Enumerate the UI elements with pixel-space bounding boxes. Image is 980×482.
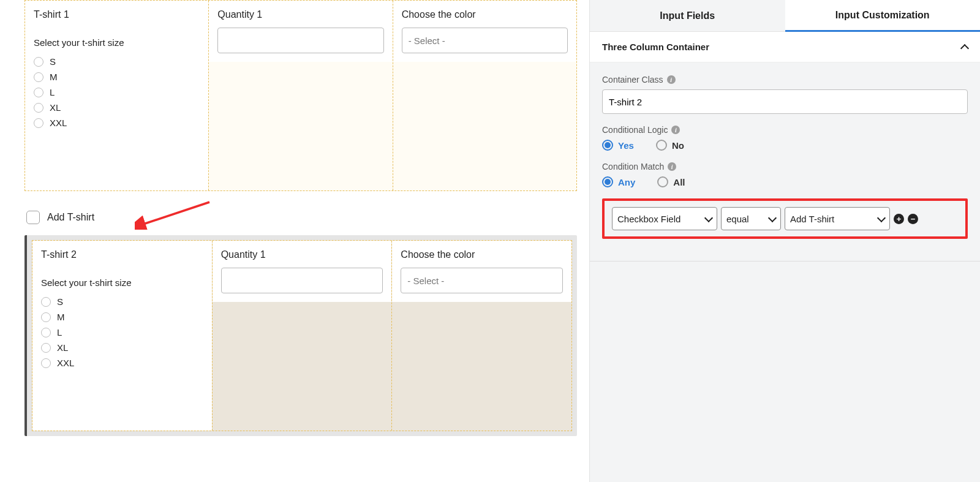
help-icon[interactable]: i [667,75,676,84]
help-icon[interactable]: i [671,126,680,134]
quantity-input[interactable] [221,268,383,293]
tshirt2-title: T-shirt 2 [41,249,203,260]
conditional-logic-yes[interactable]: Yes [602,140,634,151]
color-select[interactable]: - Select - [401,268,563,293]
tab-input-fields[interactable]: Input Fields [590,0,785,32]
size-option[interactable]: XXL [41,355,203,371]
chevron-down-icon [768,213,777,222]
radio-icon [34,118,43,128]
add-tshirt-label: Add T-shirt [47,212,94,223]
condition-rule: Checkbox Field equal Add T-shirt + − [602,198,968,239]
size-option[interactable]: L [41,325,203,340]
size-options: S M L XL XXL [41,294,203,371]
qty-label: Quantity 1 [217,9,383,20]
size-options: S M L XL XXL [34,54,200,130]
chevron-down-icon [877,213,886,222]
condition-match-all[interactable]: All [657,176,685,187]
color-label: Choose the color [402,9,568,20]
size-label: Select your t-shirt size [34,37,200,48]
chevron-down-icon [704,213,713,222]
annotation-arrow-icon [135,196,214,230]
panel-tabs: Input Fields Input Customization [590,0,980,32]
checkbox-icon[interactable] [26,211,40,224]
size-option[interactable]: S [34,54,200,69]
color-select[interactable]: - Select - [402,28,568,53]
radio-icon [34,57,43,67]
tab-input-customization[interactable]: Input Customization [785,0,981,32]
radio-icon [34,88,43,97]
section-title: Three Column Container [602,42,709,52]
radio-icon [41,312,51,322]
radio-icon [41,358,51,368]
qty-label: Quantity 1 [221,249,383,260]
size-option[interactable]: XL [34,100,200,115]
container-class-label: Container Class i [602,75,968,85]
radio-icon [656,140,667,151]
help-icon[interactable]: i [668,162,676,171]
size-label: Select your t-shirt size [41,277,203,288]
quantity-input[interactable] [217,28,383,53]
svg-line-1 [143,202,209,224]
rule-operator-select[interactable]: equal [721,207,781,230]
radio-icon [34,103,43,113]
radio-icon [602,140,613,151]
radio-icon [602,176,613,187]
three-column-container-1[interactable]: T-shirt 1 Select your t-shirt size S M L… [24,0,577,191]
selected-container-wrap: T-shirt 2 Select your t-shirt size S M L… [24,235,577,436]
section-header[interactable]: Three Column Container [590,32,980,62]
radio-icon [34,72,43,82]
size-option[interactable]: XXL [34,115,200,130]
tshirt1-title: T-shirt 1 [34,9,200,20]
three-column-container-2[interactable]: T-shirt 2 Select your t-shirt size S M L… [32,240,572,431]
chevron-up-icon [960,43,969,52]
color-label: Choose the color [401,249,563,260]
condition-match-label: Condition Match i [602,162,968,171]
condition-match-any[interactable]: Any [602,176,635,187]
rule-value-select[interactable]: Add T-shirt [785,207,890,230]
conditional-logic-no[interactable]: No [656,140,684,151]
size-option[interactable]: XL [41,340,203,355]
size-option[interactable]: M [41,309,203,325]
radio-icon [41,343,51,353]
remove-rule-button[interactable]: − [908,214,918,224]
settings-panel: Input Fields Input Customization Three C… [589,0,980,482]
radio-icon [41,328,51,337]
size-option[interactable]: L [34,85,200,100]
size-option[interactable]: S [41,294,203,309]
conditional-logic-label: Conditional Logic i [602,125,968,135]
rule-field-select[interactable]: Checkbox Field [612,207,717,230]
add-rule-button[interactable]: + [894,214,904,224]
container-class-input[interactable] [602,89,968,114]
radio-icon [41,297,51,307]
form-canvas: T-shirt 1 Select your t-shirt size S M L… [0,0,589,482]
add-tshirt-checkbox-row[interactable]: Add T-shirt [24,191,577,235]
size-option[interactable]: M [34,69,200,85]
radio-icon [657,176,668,187]
